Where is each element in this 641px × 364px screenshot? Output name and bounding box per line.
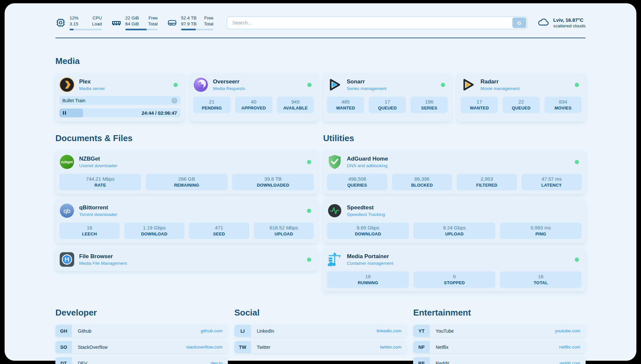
stat-box: 485WANTED [327,97,364,113]
speedtest-icon [327,203,342,218]
ram-progress-fill [125,29,147,30]
stat-box: 16RUNNING [327,271,409,288]
section-social: Social LI LinkedIn linkedin.com TW Twitt… [234,307,407,364]
app-card-adguard[interactable]: AdGuard Home DNS and adblocking 498,508Q… [323,150,586,194]
bookmark-twitter[interactable]: TW Twitter twitter.com [234,341,407,353]
cpu-load: 3.15 [70,21,78,27]
bookmark-abbr: SO [55,341,72,353]
bookmark-abbr: NF [413,341,430,353]
stat-value: 86,396 [393,176,451,182]
svg-text:nzbget: nzbget [61,160,73,164]
app-card-overseerr[interactable]: Overseerr Media Requests 21PENDING 40APP… [189,73,318,121]
topbar-divider [55,38,586,38]
stat-value: 39.6 TB [233,176,313,182]
section-title-entertainment: Entertainment [413,307,586,318]
app-card-nzbget[interactable]: nzbget NZBGet Usenet downloader 744.21 M… [55,150,318,194]
stat-box: 0.993 msPING [500,223,582,239]
bookmark-stackoverflow[interactable]: SO StackOverflow stackoverflow.com [55,341,228,353]
app-card-speedtest[interactable]: Speedtest Speedtest Tracking 9.65 GbpsDO… [323,199,586,243]
stat-label: STOPPED [415,280,494,285]
bookmark-url: youtube.com [555,328,586,333]
stat-value: 2,953 [458,176,516,182]
stat-value: 1.19 Gbps [126,225,183,230]
status-dot [441,83,445,87]
app-title: Plex [79,78,105,85]
app-desc: Usenet downloader [79,163,117,168]
app-card-plex[interactable]: Plex Media server Bullet Train 24:44 / 0… [55,73,184,121]
app-desc: Media server [79,86,105,91]
status-dot [173,83,178,87]
adguard-icon [327,154,342,169]
search-engine-button[interactable]: G [512,17,526,28]
ram-label-2: Total [148,21,158,27]
bookmark-name: LinkedIn [257,328,274,334]
app-card-portainer[interactable]: Media Portainer Container management 16R… [323,248,586,292]
bookmark-abbr: YT [413,325,430,337]
app-title: NZBGet [79,156,117,162]
status-dot [307,83,312,87]
bookmark-youtube[interactable]: YT YouTube youtube.com [413,325,586,337]
bookmark-url: netflix.com [559,345,586,349]
stat-box: 471SEED [189,223,249,239]
search-input[interactable] [227,16,528,29]
stat-label: BLOCKED [393,183,451,188]
plex-icon [59,77,75,92]
bookmark-url: dev.to [211,361,228,364]
ram-total: 64 GiB [125,21,139,27]
pause-icon [63,111,66,115]
status-dot [575,83,579,87]
bookmark-abbr: RE [413,357,430,364]
stat-label: RATE [61,183,140,188]
stat-label: DOWNLOAD [328,231,408,236]
stat-label: QUEUED [504,106,538,110]
bookmark-reddit[interactable]: RE Reddit reddit.com [413,357,586,364]
stat-label: RUNNING [328,280,408,285]
app-desc: Media Requests [213,86,245,91]
stat-label: QUERIES [328,183,386,188]
stat-value: 196 [412,99,446,105]
dashboard-panel: 12%CPU 3.15Load 22 GiBFree 64 GiBTotal [5,3,636,361]
app-desc: Media File Management [79,261,127,266]
stat-box: 0STOPPED [413,271,495,288]
app-card-filebrowser[interactable]: File Browser Media File Management [55,248,318,271]
stat-label: SERIES [412,106,446,110]
section-title-social: Social [234,307,407,318]
bookmark-netflix[interactable]: NF Netflix netflix.com [413,341,586,353]
cpu-chip-icon [55,17,66,28]
stat-box: 17QUEUED [369,97,406,113]
app-card-qbittorrent[interactable]: qb qBittorrent Torrent downloader 16LEEC… [55,199,318,243]
app-desc: Container management [347,261,393,266]
app-card-sonarr[interactable]: Sonarr Series management 485WANTED 17QUE… [323,73,452,121]
stat-label: DOWNLOADED [233,183,313,188]
stat-value: 498,508 [328,176,386,182]
bookmark-url: twitter.com [380,345,407,349]
stat-box: 47.57 msLATENCY [522,174,582,190]
stat-box: 196SERIES [411,97,448,113]
bookmark-linkedin[interactable]: LI LinkedIn linkedin.com [234,325,407,337]
stat-box: 40APPROVED [235,97,272,113]
qbittorrent-icon: qb [59,203,75,218]
bookmark-abbr: TW [234,341,251,353]
stat-value: 0.993 ms [501,225,580,230]
svg-text:qb: qb [63,207,70,214]
ram-free: 22 GiB [125,15,139,21]
stat-value: 21 [195,99,229,105]
stat-value: 40 [236,99,271,105]
bookmark-github[interactable]: GH Github github.com [55,325,228,337]
stat-box: 86,396BLOCKED [392,174,452,190]
stat-value: 485 [328,99,363,105]
section-title-media: Media [55,55,586,67]
section-media: Media Plex Media server Bullet Train [55,55,586,121]
stat-box: 22QUEUED [503,97,540,113]
disk-icon [167,17,177,28]
app-card-radarr[interactable]: Radarr Movie management 17WANTED 22QUEUE… [457,73,586,121]
playback-progress-bar: 24:44 / 02:06:47 [59,108,180,117]
playback-time: 24:44 / 02:06:47 [142,110,180,116]
cloud-icon [537,17,550,29]
bookmark-dev[interactable]: DT DEV dev.to [55,357,228,364]
app-title: Speedtest [347,204,385,211]
section-entertainment: Entertainment YT YouTube youtube.com NF … [413,307,586,364]
top-bar: 12%CPU 3.15Load 22 GiBFree 64 GiBTotal [55,13,586,32]
stat-value: 266 GB [147,176,226,182]
section-title-documents: Documents & Files [55,133,318,144]
